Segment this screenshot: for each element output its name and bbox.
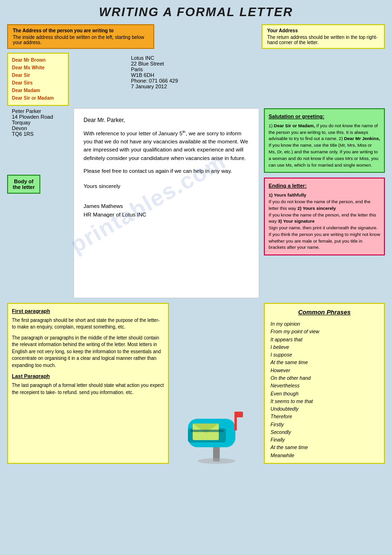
recipient-address: Peter Parker 14 Plowden Road Torquay Dev… [12, 108, 74, 137]
last-para-content: The last paragraph of a formal letter sh… [12, 382, 164, 396]
phrase-item: In my opinion [271, 320, 378, 328]
ending-box: Ending a letter: 1) Yours faithfully If … [264, 178, 385, 255]
svg-rect-5 [234, 412, 243, 417]
salutation-option-6: Dear Sir or Madam [12, 94, 64, 102]
phrase-item: I believe [271, 343, 378, 351]
common-phrases-box: Common Phrases In my opinionFrom my poin… [264, 303, 385, 464]
phrase-item: Meanwhile [271, 452, 378, 459]
letter-paragraph-2: Please feel free to contact us again if … [84, 167, 249, 175]
body-label: Body of the letter [7, 175, 40, 194]
phrase-item: At the same time [271, 443, 378, 451]
letter-signature-title: HR Manager of Lotus INC [84, 211, 249, 219]
phrase-item: From my point of view [271, 328, 378, 335]
phrase-item: At the same time [271, 358, 378, 366]
recipient-street: 14 Plowden Road [12, 114, 74, 120]
recipient-county: Devon [12, 125, 74, 131]
first-para-content-1: The first paragraph should be short and … [12, 317, 164, 331]
salutation-option-2: Dear Ms White [12, 64, 64, 72]
sender-street: 22 Blue Street [131, 61, 178, 66]
letter-content: printables.com Dear Mr. Parker, With ref… [74, 108, 259, 298]
svg-rect-8 [190, 430, 224, 432]
address-note-right-body: The return address should be written in … [267, 35, 379, 45]
phrase-item: Finally [271, 436, 378, 443]
phrase-item: Undoubtedly [271, 405, 378, 413]
address-note-left-title: The Address of the person you are writin… [13, 28, 149, 33]
address-note-right-title: Your Address [267, 28, 379, 33]
greeting-box-title: Salutation or greeting: [269, 113, 380, 121]
first-para-title: First paragraph [12, 308, 164, 315]
sender-phone: Phone: 071 066 429 [131, 78, 178, 84]
greeting-box-content: 1) Dear Sir or Madam, If you do not know… [269, 122, 380, 168]
phrase-item: It seems to me that [271, 397, 378, 405]
page-title: WRITING A FORMAL LETTER [7, 5, 385, 19]
letter-salutation: Dear Mr. Parker, [84, 116, 249, 124]
salutation-options: Dear Mr Brown Dear Ms White Dear Sir Dea… [7, 53, 69, 106]
phrase-item: Even though [271, 390, 378, 397]
sender-postcode: W1B 6DH [131, 72, 178, 78]
body-label-line1: Body of [12, 179, 36, 184]
phrases-list: In my opinionFrom my point of viewIt app… [271, 320, 378, 459]
salutation-option-1: Dear Mr Brown [12, 56, 64, 64]
salutation-option-4: Dear Sirs [12, 79, 64, 87]
letter-body: With reference to your letter of January… [84, 129, 249, 175]
last-para-title: Last Paragraph [12, 373, 164, 380]
recipient-postcode: TQ6 1RS [12, 131, 74, 137]
phrase-item: I suppose [271, 351, 378, 358]
body-label-line2: the letter [12, 184, 36, 190]
sender-city: Paris [131, 66, 178, 72]
salutation-option-3: Dear Sir [12, 72, 64, 79]
phrase-item: Nevertheless [271, 382, 378, 389]
phrase-item: Firstly [271, 421, 378, 428]
address-note-left: The Address of the person you are writin… [7, 24, 154, 49]
letter-signature-name: James Mathews [84, 202, 249, 210]
svg-point-1 [197, 458, 235, 464]
salutation-option-5: Dear Madam [12, 87, 64, 94]
recipient-city: Torquay [12, 120, 74, 125]
address-note-right: Your Address The return address should b… [261, 24, 385, 49]
mailbox-image [178, 402, 254, 464]
ending-box-title: Ending a letter: [269, 182, 380, 190]
phrase-item: It appears that [271, 336, 378, 343]
phrase-item: Therefore [271, 413, 378, 420]
phrase-item: However [271, 367, 378, 374]
phrase-item: Secondly [271, 428, 378, 436]
sender-address: Lotus INC 22 Blue Street Paris W1B 6DH P… [131, 55, 178, 101]
first-para-content-2: The paragraph or paragraphs in the middl… [12, 335, 164, 369]
letter-closing: Yours sincerely [84, 182, 249, 190]
phrase-item: On the other hand [271, 374, 378, 382]
recipient-name: Peter Parker [12, 108, 74, 114]
greeting-box: Salutation or greeting: 1) Dear Sir or M… [264, 108, 385, 173]
common-phrases-title: Common Phrases [271, 308, 378, 317]
sender-company: Lotus INC [131, 55, 178, 61]
letter-paragraph-1: With reference to your letter of January… [84, 129, 249, 162]
sender-date: 7 January 2012 [131, 84, 178, 89]
first-paragraph-box: First paragraph The first paragraph shou… [7, 303, 169, 464]
ending-box-content: 1) Yours faithfully If you do not know t… [269, 192, 380, 251]
address-note-left-body: The inside address should be written on … [13, 35, 149, 45]
